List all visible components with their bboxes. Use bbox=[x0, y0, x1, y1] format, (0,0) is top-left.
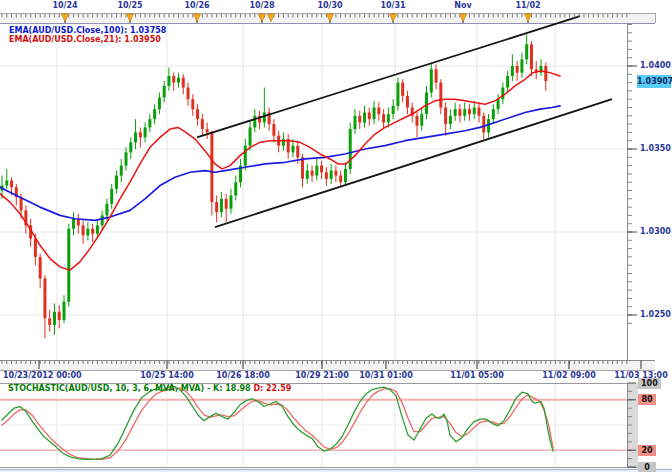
legend-ema100: EMA(AUD/USD.Close,100): 1.03758 bbox=[9, 26, 166, 35]
candle-body bbox=[105, 204, 108, 216]
candle-body bbox=[420, 114, 423, 126]
candle-body bbox=[296, 146, 299, 158]
candle-body bbox=[182, 78, 185, 88]
candle-body bbox=[115, 176, 118, 189]
candle-body bbox=[373, 107, 376, 119]
ema21-line bbox=[0, 71, 560, 270]
candle-body bbox=[125, 152, 128, 165]
candle-body bbox=[330, 171, 333, 179]
candle-body bbox=[454, 109, 457, 116]
candle-body bbox=[96, 225, 99, 233]
top-axis-label: 10/31 bbox=[380, 1, 405, 11]
candle-body bbox=[349, 129, 352, 169]
candle-body bbox=[187, 88, 190, 100]
candle-body bbox=[506, 76, 509, 88]
candle-body bbox=[368, 112, 371, 119]
candle-body bbox=[191, 99, 194, 109]
candle-body bbox=[382, 114, 385, 122]
candle-body bbox=[144, 127, 147, 137]
candle-body bbox=[306, 171, 309, 179]
candle-body bbox=[82, 225, 85, 235]
candle-body bbox=[225, 199, 228, 209]
candle-body bbox=[215, 202, 218, 212]
forex-chart-window: EMA(AUD/USD.Close,100): 1.03758 EMA(AUD/… bbox=[0, 0, 672, 472]
candle-body bbox=[53, 312, 56, 325]
candle-body bbox=[392, 106, 395, 114]
candle-body bbox=[134, 132, 137, 142]
bottom-axis-label: 10/26 18:00 bbox=[216, 371, 269, 381]
candle-body bbox=[497, 99, 500, 109]
legend-ema21: EMA(AUD/USD.Close,21): 1.03950 bbox=[9, 35, 161, 44]
ema100-line bbox=[0, 106, 560, 221]
candle-body bbox=[439, 83, 442, 108]
candle-body bbox=[139, 132, 142, 137]
candle-body bbox=[67, 229, 70, 302]
top-axis-label: Nov bbox=[454, 1, 471, 11]
candle-body bbox=[120, 166, 123, 176]
last-price-tag: 1.03907 bbox=[637, 75, 671, 88]
candlestick-chart-canvas[interactable] bbox=[0, 0, 672, 472]
candle-body bbox=[301, 157, 304, 179]
candle-body bbox=[516, 66, 519, 73]
candle-body bbox=[339, 176, 342, 183]
price-axis-label: 1.0400 bbox=[640, 61, 671, 71]
candle-body bbox=[263, 112, 266, 122]
top-axis-label: 11/02 bbox=[515, 1, 540, 11]
stochastic-title: STOCHASTIC(AUD/USD, 10, 3, 6, MVA, MVA) … bbox=[8, 384, 291, 393]
candle-body bbox=[177, 78, 180, 83]
candle-body bbox=[110, 189, 113, 204]
candle-body bbox=[473, 107, 476, 114]
candle-body bbox=[387, 114, 390, 122]
bottom-axis-label: 10/23/2012 00:00 bbox=[3, 371, 82, 381]
candle-body bbox=[315, 166, 318, 176]
top-axis-label: 10/28 bbox=[249, 1, 274, 11]
candle-body bbox=[430, 69, 433, 92]
stochastic-d-line bbox=[2, 388, 553, 459]
candle-body bbox=[163, 86, 166, 98]
stochastic-d-value: D: 22.59 bbox=[253, 384, 291, 393]
price-axis-label: 1.0300 bbox=[640, 227, 671, 237]
candle-body bbox=[415, 116, 418, 126]
candle-body bbox=[435, 69, 438, 82]
candle-body bbox=[325, 172, 328, 179]
candle-body bbox=[353, 116, 356, 129]
stochastic-k-line bbox=[2, 386, 553, 459]
candle-body bbox=[244, 146, 247, 166]
candle-body bbox=[153, 109, 156, 119]
stochastic-title-prefix: STOCHASTIC(AUD/USD, 10, 3, 6, MVA, MVA) … bbox=[8, 384, 213, 393]
stoch-axis-label: 80 bbox=[638, 394, 656, 405]
candle-body bbox=[463, 109, 466, 116]
candle-body bbox=[406, 96, 409, 108]
stoch-axis-label: 20 bbox=[638, 445, 656, 456]
candle-body bbox=[492, 109, 495, 119]
candle-body bbox=[86, 229, 89, 236]
candle-body bbox=[396, 83, 399, 106]
candle-body bbox=[210, 132, 213, 202]
candle-body bbox=[425, 93, 428, 115]
candle-body bbox=[43, 278, 46, 318]
candle-body bbox=[530, 44, 533, 69]
bottom-axis-label: 11/02 09:00 bbox=[542, 371, 595, 381]
stochastic-k-value: K: 18.98 bbox=[213, 384, 251, 393]
candle-body bbox=[201, 119, 204, 129]
stoch-axis-label: 100 bbox=[638, 378, 661, 389]
top-axis-label: 10/25 bbox=[117, 1, 142, 11]
candle-body bbox=[449, 116, 452, 124]
candle-body bbox=[101, 215, 104, 225]
candle-body bbox=[544, 66, 547, 81]
candle-body bbox=[5, 181, 8, 186]
candle-body bbox=[311, 171, 314, 176]
candle-body bbox=[344, 169, 347, 182]
top-axis-label: 10/30 bbox=[317, 1, 342, 11]
bottom-axis-band bbox=[0, 360, 655, 370]
candle-body bbox=[358, 116, 361, 123]
candle-body bbox=[229, 195, 232, 208]
candle-body bbox=[167, 76, 170, 86]
candle-body bbox=[377, 107, 380, 114]
candle-body bbox=[158, 98, 161, 110]
candle-body bbox=[72, 219, 75, 229]
candle-body bbox=[58, 312, 61, 320]
candle-body bbox=[249, 127, 252, 145]
candle-body bbox=[444, 107, 447, 124]
candle-body bbox=[363, 112, 366, 122]
